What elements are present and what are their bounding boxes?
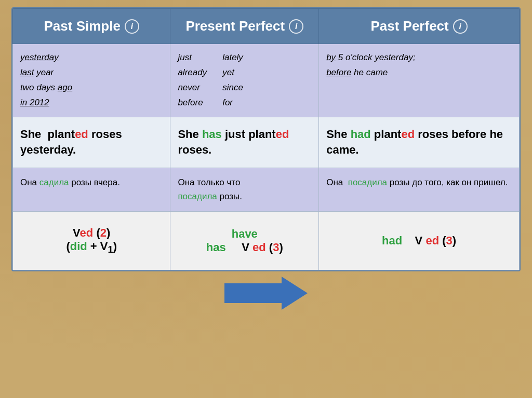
russian-posadila-pp: посадила	[178, 191, 217, 201]
present-perfect-label: Present Perfect	[185, 18, 285, 34]
info-icon-past-perfect[interactable]: i	[453, 19, 468, 34]
grammar-table: Past Simple i Present Perfect i Past Per…	[12, 8, 520, 270]
sentence-past-perfect: She had planted roses before he came.	[319, 117, 520, 168]
formula-pp-has-ved: has V ed (3)	[176, 241, 313, 254]
sentence-past-simple: She planted roses yesterday.	[13, 117, 170, 168]
adverb-since: since	[222, 80, 243, 95]
formula-did: did	[70, 240, 87, 253]
adverb-in-2012: in 2012	[20, 95, 163, 111]
russian-past-simple: Она садила розы вчера.	[13, 168, 170, 211]
formula-ps-line2: (did + V1)	[18, 240, 165, 255]
formulas-row: Ved (2) (did + V1) have has V ed (3)	[13, 211, 520, 270]
header-past-simple: Past Simple i	[13, 9, 170, 44]
adverb-by-5: by 5 o'clock yesterday;	[326, 50, 512, 65]
adverb-just: just	[178, 50, 207, 65]
formula-have: have	[232, 227, 258, 240]
adverbs-col-right: lately yet since for	[222, 50, 243, 111]
adverb-yesterday: yesterday	[20, 50, 163, 65]
past-perfect-label: Past Perfect	[370, 18, 448, 34]
main-table-wrapper: Past Simple i Present Perfect i Past Per…	[11, 7, 521, 271]
ed-highlight-ps: ed	[75, 128, 88, 141]
had-highlight: had	[351, 128, 371, 141]
arrow-head	[282, 277, 308, 310]
adverb-before: before	[178, 95, 207, 111]
formula-present-perfect: have has V ed (3)	[170, 211, 319, 270]
russian-past-perfect: Она посадила розы до того, как он пришел…	[319, 168, 520, 211]
formula-past-simple: Ved (2) (did + V1)	[13, 211, 170, 270]
right-arrow	[224, 277, 308, 310]
adverb-already: already	[178, 65, 207, 80]
past-simple-label: Past Simple	[44, 18, 121, 34]
adverbs-past-simple: yesterday last year two days ago in 2012	[13, 44, 170, 117]
formula-pperf-3: 3	[446, 234, 453, 247]
adverb-yet: yet	[222, 65, 243, 80]
header-past-perfect: Past Perfect i	[319, 9, 520, 44]
ed-highlight-pperf: ed	[401, 128, 415, 141]
russian-row: Она садила розы вчера. Она только что по…	[13, 168, 520, 211]
adverbs-col-left: just already never before	[178, 50, 207, 111]
sentences-row: She planted roses yesterday. She has jus…	[13, 117, 520, 168]
adverbs-row: yesterday last year two days ago in 2012…	[13, 44, 520, 117]
formula-ps-2: 2	[100, 226, 107, 239]
formula-ps-line1: Ved (2)	[18, 226, 165, 240]
formula-had: had	[382, 234, 402, 247]
adverbs-past-perfect: by 5 o'clock yesterday; before he came	[319, 44, 520, 117]
adverb-lately: lately	[222, 50, 243, 65]
info-icon-past-simple[interactable]: i	[125, 19, 139, 34]
header-present-perfect: Present Perfect i	[170, 9, 319, 44]
sentence-present-perfect: She has just planted roses.	[170, 117, 319, 168]
adverb-for: for	[222, 95, 243, 111]
russian-present-perfect: Она только что посадила розы.	[170, 168, 319, 211]
russian-posadila-pperf: посадила	[348, 177, 387, 187]
russian-sadila: садила	[39, 177, 69, 187]
arrow-body	[224, 283, 282, 303]
info-icon-present-perfect[interactable]: i	[289, 19, 303, 34]
formula-ps-ed: ed	[80, 226, 94, 239]
formula-pperf-ed: ed	[425, 234, 439, 247]
adverb-never: never	[178, 80, 207, 95]
header-row: Past Simple i Present Perfect i Past Per…	[13, 9, 520, 44]
formula-v1-sub: 1	[108, 244, 113, 255]
arrow-container	[224, 277, 308, 310]
has-highlight: has	[202, 128, 222, 141]
formula-pp-ed: ed	[252, 241, 266, 254]
adverbs-present-perfect: just already never before lately yet sin…	[170, 44, 319, 117]
formula-has: has	[206, 241, 226, 254]
formula-pp-3: 3	[273, 241, 279, 254]
ed-highlight-pp: ed	[276, 128, 289, 141]
formula-pp-have: have	[176, 227, 313, 241]
adverb-before-came: before he came	[326, 65, 512, 80]
adverb-last-year: last year	[20, 65, 163, 80]
formula-past-perfect: had V ed (3)	[319, 211, 520, 270]
adverb-two-days-ago: two days ago	[20, 80, 163, 95]
